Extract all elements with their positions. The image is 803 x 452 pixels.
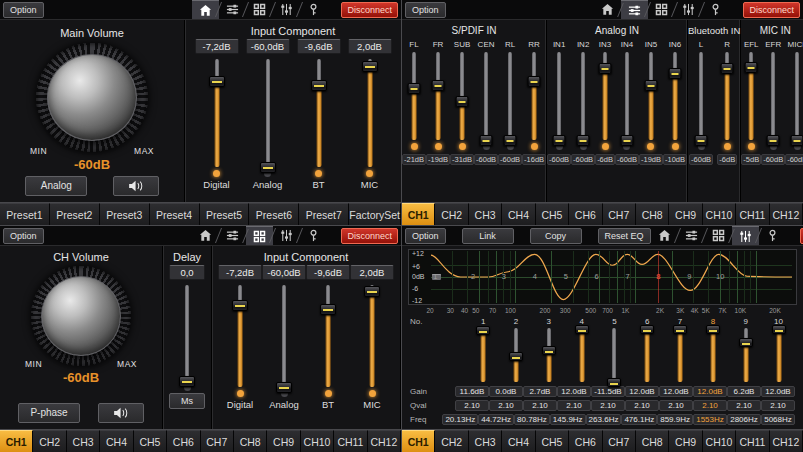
channel-tab[interactable]: CH4: [502, 203, 535, 225]
level-slider[interactable]: [259, 59, 277, 167]
slider-value-box[interactable]: -7,2dB: [195, 39, 239, 54]
level-slider[interactable]: [310, 59, 328, 167]
slider-handle[interactable]: [542, 346, 556, 355]
channel-tab[interactable]: CH2: [435, 430, 468, 452]
level-slider[interactable]: [766, 52, 781, 140]
preset-tab[interactable]: Preset3: [100, 203, 150, 225]
slider-handle[interactable]: [772, 325, 786, 334]
slider-handle[interactable]: [311, 80, 327, 91]
channel-tab[interactable]: CH7: [201, 430, 234, 452]
band-marker[interactable]: 3: [502, 273, 506, 281]
nav-tab-tuning-key[interactable]: [759, 226, 786, 245]
channel-tab[interactable]: CH3: [469, 430, 502, 452]
slider-handle[interactable]: [276, 382, 292, 393]
slider-handle[interactable]: [577, 135, 590, 146]
p-phase-button[interactable]: P-phase: [18, 403, 80, 423]
slider-handle[interactable]: [706, 325, 720, 334]
channel-tab[interactable]: CH12: [368, 430, 401, 452]
gain-value-box[interactable]: 12.0dB: [761, 386, 795, 397]
level-slider[interactable]: [720, 52, 735, 140]
level-slider[interactable]: [527, 52, 542, 140]
slider-handle[interactable]: [509, 352, 523, 361]
slider-handle[interactable]: [739, 338, 753, 347]
freq-value-box[interactable]: 1553Hz: [693, 414, 727, 425]
level-slider[interactable]: [619, 52, 634, 140]
nav-tab-tuning-key[interactable]: [300, 226, 327, 245]
level-slider[interactable]: [275, 285, 293, 387]
channel-tab[interactable]: CH6: [167, 430, 200, 452]
freq-value-box[interactable]: 5068Hz: [761, 414, 795, 425]
level-slider[interactable]: [598, 52, 613, 140]
band-gain-slider[interactable]: [574, 328, 590, 382]
link-button[interactable]: Link: [462, 228, 514, 244]
channel-tab[interactable]: CH8: [234, 430, 267, 452]
qval-value-box[interactable]: 2.10: [693, 400, 727, 411]
level-slider[interactable]: [319, 285, 337, 387]
option-button[interactable]: Option: [405, 2, 446, 18]
qval-value-box[interactable]: 2.10: [591, 400, 625, 411]
level-slider[interactable]: [552, 52, 567, 140]
ch-volume-knob[interactable]: MIN MAX: [21, 265, 141, 367]
slider-handle[interactable]: [620, 135, 633, 146]
eq-plot-area[interactable]: 12345678910: [431, 251, 792, 303]
band-marker[interactable]: 9: [687, 273, 691, 281]
level-slider[interactable]: [744, 52, 759, 140]
preset-tab[interactable]: Preset7: [299, 203, 349, 225]
channel-tab[interactable]: CH7: [603, 430, 636, 452]
channel-tab[interactable]: CH3: [469, 203, 502, 225]
band-gain-slider[interactable]: [705, 328, 721, 382]
slider-handle[interactable]: [504, 135, 517, 146]
channel-tab[interactable]: CH11: [736, 203, 769, 225]
channel-tab[interactable]: CH8: [636, 430, 669, 452]
level-slider[interactable]: [668, 52, 683, 140]
slider-handle[interactable]: [669, 68, 682, 79]
slider-handle[interactable]: [260, 162, 276, 173]
band-marker[interactable]: 7: [625, 273, 629, 281]
band-gain-slider[interactable]: [541, 328, 557, 382]
channel-tab[interactable]: CH5: [134, 430, 167, 452]
slider-handle[interactable]: [599, 63, 612, 74]
slider-handle[interactable]: [456, 96, 469, 107]
band-gain-slider[interactable]: [672, 328, 688, 382]
channel-tab[interactable]: CH2: [33, 430, 66, 452]
channel-tab[interactable]: CH10: [703, 430, 736, 452]
qval-value-box[interactable]: 2.10: [523, 400, 557, 411]
preset-tab[interactable]: Preset1: [0, 203, 50, 225]
qval-value-box[interactable]: 2.10: [659, 400, 693, 411]
slider-value-box[interactable]: -7,2dB: [218, 265, 262, 280]
band-gain-slider[interactable]: [475, 328, 491, 382]
slider-value-box[interactable]: -60,0dB: [246, 39, 290, 54]
band-marker[interactable]: 10: [716, 273, 724, 281]
freq-value-box[interactable]: 263.6Hz: [586, 414, 622, 425]
gain-value-box[interactable]: 6.2dB: [727, 386, 761, 397]
disconnect-button[interactable]: Disconnect: [341, 228, 398, 244]
level-slider[interactable]: [790, 52, 803, 140]
preset-tab[interactable]: FactorySet: [349, 203, 401, 225]
preset-tab[interactable]: Preset6: [249, 203, 299, 225]
gain-value-box[interactable]: 12.0dB: [659, 386, 693, 397]
level-slider[interactable]: [694, 52, 709, 140]
slider-handle[interactable]: [791, 135, 803, 146]
slider-handle[interactable]: [673, 325, 687, 334]
option-button[interactable]: Option: [3, 2, 44, 18]
slider-handle[interactable]: [721, 63, 734, 74]
band-marker[interactable]: 5: [564, 273, 568, 281]
reset-eq-button[interactable]: Reset EQ: [598, 228, 651, 244]
slider-handle[interactable]: [362, 61, 378, 72]
preset-tab[interactable]: Preset5: [200, 203, 250, 225]
level-slider[interactable]: [431, 52, 446, 140]
slider-handle[interactable]: [553, 135, 566, 146]
level-slider[interactable]: [503, 52, 518, 140]
slider-handle[interactable]: [480, 135, 493, 146]
freq-value-box[interactable]: 20.13Hz: [442, 414, 478, 425]
band-gain-slider[interactable]: [508, 328, 524, 382]
freq-value-box[interactable]: 476.1Hz: [621, 414, 657, 425]
level-slider[interactable]: [361, 59, 379, 167]
freq-value-box[interactable]: 145.9Hz: [550, 414, 586, 425]
channel-tab[interactable]: CH10: [703, 203, 736, 225]
band-marker[interactable]: 1: [433, 273, 437, 281]
slider-handle[interactable]: [476, 326, 490, 335]
level-slider[interactable]: [208, 59, 226, 167]
gain-value-box[interactable]: 12.0dB: [693, 386, 727, 397]
preset-tab[interactable]: Preset2: [50, 203, 100, 225]
